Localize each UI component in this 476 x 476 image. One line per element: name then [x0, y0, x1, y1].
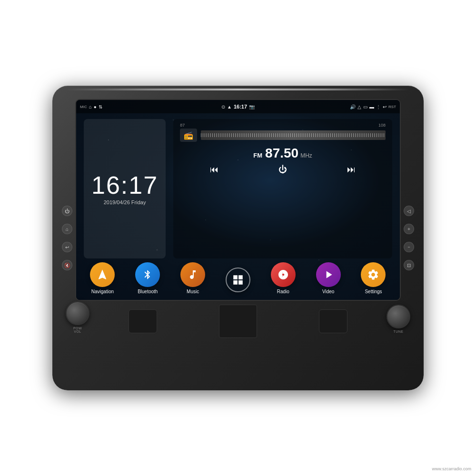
app-settings[interactable]: Settings — [361, 262, 386, 294]
video-label: Video — [322, 289, 334, 294]
bottom-mount — [52, 300, 424, 367]
vol-up-button[interactable]: ＋ — [404, 224, 414, 234]
wifi-icon: ▲ — [227, 104, 232, 109]
app-bluetooth[interactable]: Bluetooth — [135, 262, 160, 294]
status-time: 16:17 — [234, 104, 247, 109]
app-apps[interactable] — [226, 268, 250, 294]
return-icon: ↩ — [383, 104, 387, 109]
prev-track-button[interactable]: ⏮ — [210, 165, 218, 175]
power-radio-button[interactable]: ⏻ — [278, 165, 287, 175]
navigation-icon-circle — [90, 262, 115, 287]
location-icon: ⊙ — [221, 104, 225, 109]
mic-label: MIC — [80, 105, 87, 109]
triangle-icon: △ — [357, 104, 361, 109]
radio-icon-circle — [271, 262, 296, 287]
dot-status-icon: ● — [94, 104, 97, 109]
clock-date: 2019/04/26 Friday — [104, 199, 146, 205]
radio-controls: ⏮ ⏻ ⏭ — [180, 165, 386, 175]
widgets-row: 16:17 2019/04/26 Friday 87 108 📻 — [76, 113, 400, 262]
screen-bezel: MIC ⌂ ● ⇅ ⊙ ▲ 16:17 📷 🔊 △ ▭ ▬ ⋮ — [76, 100, 400, 300]
mount-right — [319, 309, 347, 333]
app-video[interactable]: Video — [316, 262, 341, 294]
radio-label: Radio — [277, 289, 289, 294]
radio-band: FM — [253, 152, 262, 159]
home-status-icon: ⌂ — [89, 104, 92, 109]
radio-widget: 87 108 📻 FM 87.50 — [173, 119, 392, 258]
clock-display: 16:17 — [91, 173, 158, 198]
rect2-icon: ▬ — [369, 104, 374, 109]
navigation-hw-button[interactable]: ◁ — [404, 206, 414, 216]
power-button[interactable]: ⏻ — [62, 206, 72, 216]
status-right: 🔊 △ ▭ ▬ ⋮ ↩ RST — [257, 104, 396, 109]
rst-label: RST — [388, 105, 396, 109]
camera-button[interactable]: ⊡ — [404, 260, 414, 270]
mount-left — [129, 309, 157, 333]
screen: MIC ⌂ ● ⇅ ⊙ ▲ 16:17 📷 🔊 △ ▭ ▬ ⋮ — [76, 100, 400, 300]
radio-freq-labels: 87 108 — [180, 123, 386, 128]
freq-max: 108 — [378, 123, 386, 128]
home-button[interactable]: ⌂ — [62, 224, 72, 234]
apps-icon-circle — [226, 268, 250, 292]
radio-freq-row: 87.50 MHz — [265, 146, 312, 161]
status-center: ⊙ ▲ 16:17 📷 — [221, 104, 255, 109]
back-button[interactable]: ↩ — [62, 242, 72, 252]
bluetooth-icon-circle — [135, 262, 160, 287]
music-label: Music — [187, 289, 199, 294]
app-music[interactable]: Music — [180, 262, 205, 294]
vol-down-button[interactable]: － — [404, 242, 414, 252]
radio-unit: MHz — [300, 152, 312, 159]
mute-button[interactable]: 🔇 — [62, 260, 72, 270]
bluetooth-label: Bluetooth — [138, 289, 158, 294]
rect1-icon: ▭ — [363, 104, 367, 109]
clock-widget: 16:17 2019/04/26 Friday — [84, 119, 166, 258]
mount-center — [219, 305, 257, 338]
radio-freq-bar — [201, 130, 386, 140]
app-radio[interactable]: Radio — [271, 262, 296, 294]
main-area: 16:17 2019/04/26 Friday 87 108 📻 — [76, 113, 400, 300]
settings-label: Settings — [365, 289, 382, 294]
left-button-group: ⏻ ⌂ ↩ 🔇 — [62, 206, 72, 270]
music-icon-circle — [180, 262, 205, 287]
radio-top-row: 📻 — [180, 129, 386, 142]
right-button-group: ◁ ＋ － ⊡ — [404, 206, 414, 270]
usb-status-icon: ⇅ — [99, 104, 102, 109]
navigation-label: Navigation — [91, 289, 114, 294]
next-track-button[interactable]: ⏭ — [347, 165, 356, 175]
apps-row: Navigation Bluetooth — [76, 262, 400, 300]
video-icon-circle — [316, 262, 341, 287]
radio-icon: 📻 — [184, 131, 193, 140]
car-radio-unit: ⏻ ⌂ ↩ 🔇 ◁ ＋ － ⊡ MIC ⌂ ● ⇅ ⊙ ▲ 16:1 — [52, 86, 424, 390]
more-icon: ⋮ — [376, 104, 381, 109]
status-left: MIC ⌂ ● ⇅ — [80, 104, 219, 109]
freq-min: 87 — [180, 123, 185, 128]
app-navigation[interactable]: Navigation — [90, 262, 115, 294]
volume-icon: 🔊 — [350, 104, 356, 109]
settings-icon-circle — [361, 262, 386, 287]
camera-status-icon: 📷 — [249, 104, 255, 109]
radio-frequency: 87.50 — [265, 146, 298, 161]
status-bar: MIC ⌂ ● ⇅ ⊙ ▲ 16:17 📷 🔊 △ ▭ ▬ ⋮ — [76, 100, 400, 113]
radio-icon-box: 📻 — [180, 129, 197, 142]
watermark: www.szcarradio.com — [432, 466, 471, 471]
